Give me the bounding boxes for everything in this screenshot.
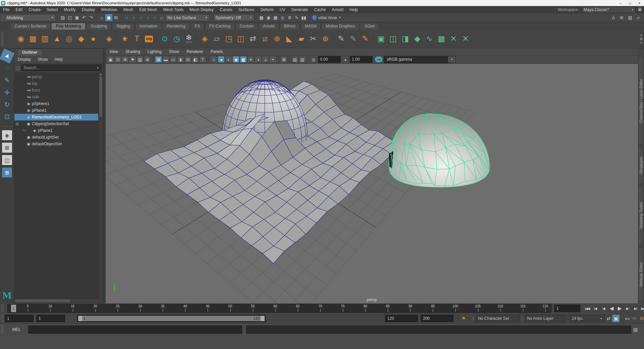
poly-cone-icon[interactable]: ▲ [51,32,63,46]
playback-end-field[interactable]: 120 [385,315,418,322]
triangulate-icon[interactable]: ◣ [283,32,295,46]
menu-edit-mesh[interactable]: Edit Mesh [136,6,160,13]
mute-speaker-icon[interactable]: ◖» [623,315,631,322]
outliner-tab[interactable]: Outliner [17,49,43,56]
play-forwards-button[interactable]: ▶ [616,305,623,312]
screen-space-ao-icon[interactable]: ◒ [262,56,269,63]
pause-viewport-icon[interactable]: ▮▮ [300,14,307,21]
duplicate-face-icon[interactable]: ⧄ [259,32,271,46]
super-shape-icon[interactable]: ★ [119,32,131,46]
side-tab-attribute-editor[interactable]: Attribute Editor [638,247,644,301]
motion-blur-icon[interactable]: ◓ [269,56,276,63]
lock-camera-icon[interactable]: ⊡ [114,56,121,63]
snap-to-curve-icon[interactable]: ∩ [130,14,137,21]
range-slider-bar[interactable]: 1 120 [78,316,265,321]
resolution-gate-icon[interactable]: ▭ [170,56,177,63]
outliner-persp-layout[interactable]: ≣ [2,167,12,178]
scroll-up-icon[interactable]: ▲ [100,72,102,77]
outliner-menu-show[interactable]: Show [34,57,51,62]
current-frame-field[interactable]: 1 [554,305,580,312]
search-input[interactable]: Search... ▼ [21,64,102,71]
film-gate-icon[interactable]: ▬ [162,56,169,63]
color-management-toggle[interactable]: ON [375,57,382,62]
channel-box-icon[interactable]: ≣ [618,14,625,21]
outliner-item-defaultlightset[interactable]: ◉defaultLightSet [14,134,103,141]
shelf-tab-curves-surfaces[interactable]: Curves / Surfaces [10,23,51,30]
menu-cache[interactable]: Cache [311,6,329,13]
make-live-icon[interactable]: ◇ [158,14,165,21]
extrude-icon[interactable]: ◨ [399,32,411,46]
drag-grip[interactable] [1,325,4,334]
exposure-icon[interactable]: ◎ [310,56,317,63]
paint-effects-icon[interactable]: ✎ [293,14,300,21]
camera-attributes-icon[interactable]: ⚙ [122,56,129,63]
view-transform-dropdown[interactable]: sRGB gamma ▼ [384,56,456,63]
stitch-icon[interactable]: ✕ [460,32,472,46]
render-sequence-icon[interactable]: ▦ [272,14,279,21]
scene-canvas[interactable] [106,64,638,303]
go-to-end-button[interactable]: ▶▶| [640,305,644,312]
wireframe-display-icon[interactable]: ○ [210,56,217,63]
snap-to-point-icon[interactable]: ∩ [137,14,144,21]
shelf-tab-bifrost[interactable]: Bifrost [280,23,300,30]
redo-icon[interactable]: ↷ [88,14,95,21]
grid-toggle-icon[interactable]: ⊞ [155,56,162,63]
outliner-item-persp[interactable]: ■◀persp [14,73,103,80]
shelf-scrollbar[interactable]: ▲ ▼ [640,33,644,45]
render-frame-icon[interactable]: ▩ [258,14,265,21]
two-d-pan-zoom-icon[interactable]: ⊕ [144,56,151,63]
current-time-marker[interactable]: 1 [11,305,16,312]
shelf-tab-rigging[interactable]: Rigging [112,23,135,30]
attribute-editor-icon[interactable]: ▤ [627,14,634,21]
outliner-item-pplane1[interactable]: └•◈pPlane1 [14,127,103,134]
four-pane-layout[interactable]: ⊞ [2,142,12,153]
menu-generate[interactable]: Generate [288,6,311,13]
remesh-icon[interactable]: ▩ [435,32,447,46]
filter-icon[interactable]: ▢ [16,65,20,70]
safe-title-icon[interactable]: T [199,56,206,63]
workspace-dropdown[interactable]: Maya Classic* ▼ [582,7,636,13]
step-forward-key-button[interactable]: ▶| [624,305,631,312]
outliner-vertical-scrollbar[interactable]: ▲ [98,72,103,298]
show-manipulator-icon[interactable]: ⊙ [159,32,171,46]
mirror-icon[interactable]: ◫ [235,32,247,46]
lasso-tool[interactable]: ◌ [1,62,13,74]
menu-mesh-tools[interactable]: Mesh Tools [160,6,186,13]
single-pane-layout[interactable]: ◈ [2,130,12,141]
wireframe-on-shaded-icon[interactable]: ◉ [232,56,239,63]
scroll-down-icon[interactable]: ▼ [640,41,643,45]
script-editor-icon[interactable]: ▤ [633,327,638,332]
menu-windows[interactable]: Windows [98,6,120,13]
paint-select-tool[interactable]: ✎ [1,74,13,86]
outliner-item-front[interactable]: ■◀front [14,87,103,94]
outliner-item-remeshedgeometry-lod1[interactable]: ◈RemeshedGeometry_LOD1 [14,114,103,120]
hypershade-icon[interactable]: ◍ [279,14,286,21]
two-pane-layout[interactable]: ◫ [2,155,12,165]
character-controls-icon[interactable]: ♙ [610,14,617,21]
shelf-tab-rendering[interactable]: Rendering [162,23,190,30]
render-settings-icon[interactable]: ⚙ [286,14,293,21]
isolate-select-icon[interactable]: ⊠ [280,56,287,63]
shelf-tab-animation[interactable]: Animation [135,23,162,30]
outliner-item-clippingselectionset[interactable]: ⊟◉ClippingSelectionSet [14,120,103,127]
timeline-strip[interactable]: 1 51015202530354045505560657075808590951… [7,304,551,313]
quadrangulate-icon[interactable]: ▰ [295,32,307,46]
outliner-item-defaultobjectset[interactable]: ◉defaultObjectSet [14,141,103,147]
use-all-lights-icon[interactable]: ☀ [247,56,254,63]
playback-loop-icon[interactable]: ⇄ [605,315,612,322]
poly-cylinder-icon[interactable]: ▥ [39,32,51,46]
rotate-tool[interactable]: ↻ [1,99,13,110]
wedge-icon[interactable]: ◆ [411,32,423,46]
menu-mesh-display[interactable]: Mesh Display [186,6,217,13]
side-tab-channel-box-layer-editor[interactable]: Channel Box / Layer Editor [638,57,644,145]
side-tab-modeling-toolkit[interactable]: Modeling Toolkit [638,186,644,245]
poly-plane-icon[interactable]: ◆ [75,32,87,46]
menu-display[interactable]: Display [79,6,98,13]
viewport-menu-show[interactable]: Show [165,49,183,54]
viewport-menu-panels[interactable]: Panels [207,49,227,54]
animation-end-field[interactable]: 200 [421,315,453,322]
scrollbar-handle[interactable] [15,299,70,302]
close-button[interactable]: × [635,0,644,6]
menu-mesh[interactable]: Mesh [120,6,136,13]
menu-uv[interactable]: UV [277,6,288,13]
